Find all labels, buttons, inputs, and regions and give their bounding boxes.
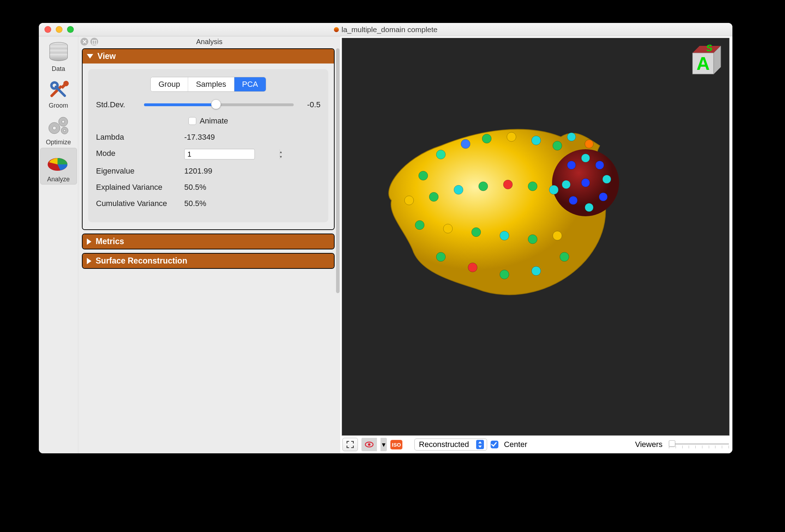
- mode-input[interactable]: [185, 150, 280, 159]
- svg-point-24: [429, 192, 438, 201]
- svg-point-46: [585, 203, 593, 212]
- tool-optimize[interactable]: Optimize: [40, 111, 77, 147]
- svg-point-25: [454, 185, 463, 194]
- svg-point-19: [532, 136, 541, 145]
- svg-point-34: [528, 235, 537, 244]
- animate-label: Animate: [200, 116, 228, 126]
- view-tabs: Group Samples PCA: [96, 77, 320, 92]
- analysis-panel: ✕ ◫ Analysis View: [78, 36, 340, 453]
- step-up-icon[interactable]: ▴: [280, 149, 282, 154]
- viewers-slider[interactable]: [669, 441, 729, 448]
- window-body: Data Groom: [39, 36, 732, 453]
- svg-point-5: [62, 120, 65, 123]
- visibility-toggle-button[interactable]: [361, 438, 377, 451]
- tool-label: Analyze: [41, 176, 76, 183]
- section-surface-header[interactable]: Surface Reconstruction: [83, 254, 334, 268]
- tool-analyze[interactable]: Analyze: [40, 148, 77, 185]
- cube-front-label: A: [696, 53, 710, 74]
- chevron-right-icon: [87, 238, 91, 245]
- explained-variance-label: Explained Variance: [96, 183, 184, 192]
- explained-variance-value: 50.5%: [184, 183, 320, 192]
- eigenvalue-value: 1201.99: [184, 167, 320, 176]
- panel-header: ✕ ◫ Analysis: [78, 36, 340, 47]
- svg-point-41: [567, 161, 576, 169]
- tool-label: Data: [41, 65, 76, 73]
- viewport-toolbar: ▾ ISO Reconstructed Center Viewers: [342, 436, 730, 452]
- center-label: Center: [504, 440, 527, 449]
- scrollbar-thumb[interactable]: [336, 48, 340, 293]
- chevron-right-icon: [87, 258, 91, 264]
- svg-point-32: [472, 228, 481, 237]
- database-icon: [48, 41, 70, 63]
- iso-button[interactable]: ISO: [390, 440, 402, 449]
- pie-chart-icon: [46, 152, 71, 174]
- svg-point-36: [436, 252, 445, 261]
- svg-point-16: [461, 139, 470, 149]
- section-title: Metrics: [96, 237, 124, 246]
- section-metrics-header[interactable]: Metrics: [83, 234, 334, 249]
- svg-point-37: [468, 263, 477, 272]
- animate-row: Animate: [96, 116, 320, 126]
- stddev-label: Std.Dev.: [96, 100, 138, 109]
- svg-point-45: [599, 193, 607, 201]
- svg-point-38: [500, 270, 509, 279]
- slider-knob[interactable]: [211, 99, 221, 109]
- svg-point-43: [595, 161, 604, 169]
- display-mode-value: Reconstructed: [419, 440, 469, 449]
- mode-label: Mode: [96, 149, 184, 159]
- svg-point-23: [405, 196, 414, 205]
- panel-popout-icon[interactable]: ◫: [90, 38, 98, 46]
- app-icon: [334, 27, 339, 32]
- app-window: la_multiple_domain complete Data: [39, 23, 732, 453]
- svg-point-26: [479, 182, 488, 191]
- tool-data[interactable]: Data: [40, 38, 77, 74]
- svg-point-51: [368, 443, 371, 446]
- titlebar: la_multiple_domain complete: [39, 23, 732, 36]
- animate-checkbox[interactable]: [188, 117, 196, 125]
- tool-groom[interactable]: Groom: [40, 74, 77, 110]
- svg-point-33: [500, 231, 509, 240]
- visibility-dropdown-button[interactable]: ▾: [380, 438, 387, 451]
- tool-label: Groom: [41, 102, 76, 109]
- display-mode-select[interactable]: Reconstructed: [414, 439, 487, 451]
- select-chevron-icon: [476, 440, 484, 449]
- tab-pca[interactable]: PCA: [234, 77, 266, 91]
- gears-icon: [46, 114, 71, 137]
- compress-icon: [346, 441, 354, 448]
- tab-group[interactable]: Group: [151, 77, 188, 91]
- viewers-label: Viewers: [635, 440, 663, 449]
- panel-title: Analysis: [196, 38, 222, 46]
- lambda-value: -17.3349: [184, 133, 320, 142]
- window-title: la_multiple_domain complete: [39, 25, 732, 34]
- svg-point-17: [482, 134, 491, 143]
- svg-point-14: [419, 171, 428, 180]
- panel-column: ✕ ◫ Analysis View: [78, 36, 732, 453]
- eigenvalue-label: Eigenvalue: [96, 167, 184, 176]
- 3d-viewport[interactable]: S A: [342, 38, 730, 436]
- orientation-cube[interactable]: S A: [685, 42, 724, 81]
- panel-scrollbar[interactable]: [336, 48, 340, 450]
- svg-point-30: [415, 220, 424, 230]
- svg-point-22: [585, 140, 593, 148]
- mode-spinner[interactable]: ▴▾: [184, 149, 255, 159]
- section-view-header[interactable]: View: [83, 49, 334, 64]
- section-title: Surface Reconstruction: [96, 256, 187, 266]
- panel-close-icon[interactable]: ✕: [80, 38, 88, 46]
- svg-point-28: [528, 182, 537, 191]
- svg-point-48: [562, 180, 570, 189]
- fit-view-button[interactable]: [342, 438, 358, 451]
- viewport-column: S A: [340, 36, 732, 453]
- stddev-slider[interactable]: [144, 103, 294, 106]
- center-checkbox[interactable]: [491, 441, 498, 448]
- tab-samples[interactable]: Samples: [188, 77, 234, 91]
- svg-point-18: [507, 132, 516, 141]
- svg-point-35: [553, 231, 562, 240]
- window-title-text: la_multiple_domain complete: [342, 25, 438, 34]
- stats-grid: Lambda -17.3349 Mode ▴▾ Eigenvalue 1201.…: [96, 133, 320, 208]
- shape-render: [360, 84, 656, 345]
- svg-point-27: [503, 180, 513, 189]
- stddev-value: -0.5: [299, 100, 320, 109]
- step-down-icon[interactable]: ▾: [280, 154, 282, 159]
- svg-point-21: [567, 133, 576, 141]
- svg-point-3: [53, 126, 56, 130]
